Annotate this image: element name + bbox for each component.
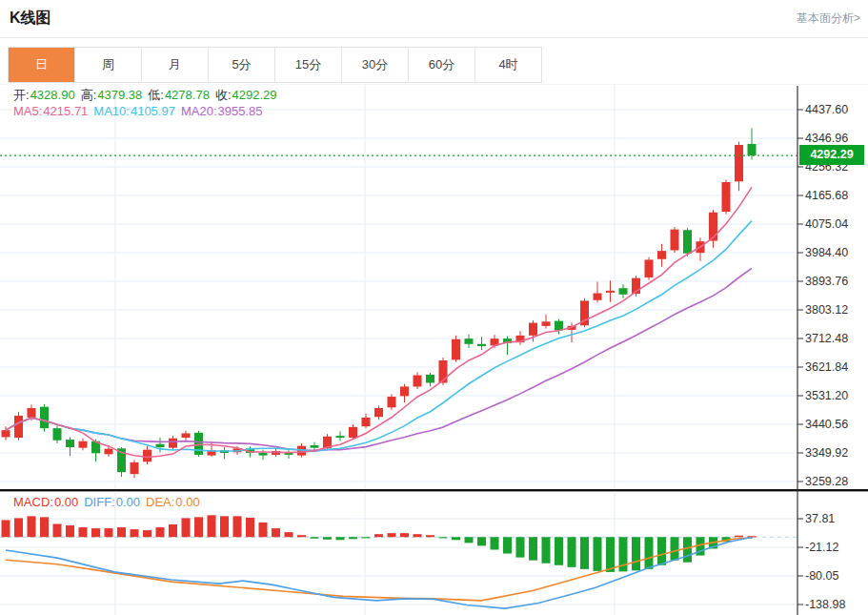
readout-value: 3955.85 [218,104,263,118]
macd-bar [143,530,151,537]
y-axis-label: 3893.76 [805,275,848,288]
current-price-badge: 4292.29 [799,145,864,165]
macd-bar [336,537,345,540]
readout-label: MA20: [181,104,217,118]
readout-value: 4215.71 [43,104,88,118]
readout-label: DEA: [146,495,174,509]
macd-bar [208,515,216,537]
macd-bar [477,537,486,545]
kline-widget: K线图 基本面分析> 日周月5分15分30分60分4时 4437.604346.… [0,0,868,615]
widget-header: K线图 基本面分析> [0,0,868,38]
macd-bar [117,527,126,537]
macd-bar [2,520,10,537]
macd-bar [426,535,434,537]
macd-bar [246,518,254,537]
candle-body [40,407,49,429]
macd-bar [671,537,679,560]
candle-body [426,375,434,383]
candle-body [606,291,615,293]
macd-bar [182,518,191,537]
readout-value: 4292.29 [232,88,277,102]
y-axis-label: 3259.28 [805,475,848,488]
candle-body [2,430,10,437]
macd-bar [465,537,474,543]
candle-body [529,323,537,336]
macd-bar [323,537,332,540]
candle-body [657,251,666,259]
tab-4hour[interactable]: 4时 [475,48,541,82]
readout-label: MA10: [93,104,130,118]
candle-body [349,427,357,438]
kline-chart-canvas[interactable]: 4437.604346.964256.324165.684075.043984.… [0,84,868,615]
y-axis-label: 4437.60 [805,103,848,116]
candle-body [182,433,191,438]
macd-bar [374,534,383,537]
y-axis-label: 3349.92 [805,446,848,460]
readout-value: 4105.97 [131,104,175,118]
macd-bar [452,537,460,540]
y-axis-label: 3803.12 [805,303,848,317]
macd-bar [169,524,177,537]
macd-axis-label: -80.05 [805,569,838,583]
tab-day[interactable]: 日 [9,48,75,82]
y-axis-label: 4346.96 [805,132,848,145]
macd-bar [53,524,62,538]
ma-readout: MA5:4215.71MA10:4105.97MA20:3955.85 [13,104,269,118]
tab-15min[interactable]: 15分 [275,48,342,82]
macd-bar [233,516,242,537]
macd-bar [297,535,306,537]
readout-value: 0.00 [54,495,78,509]
y-axis-label: 3531.20 [805,389,848,402]
candle-body [194,433,203,455]
candle-body [53,428,62,441]
candle-body [28,408,36,418]
candle-body [362,418,371,426]
tab-month[interactable]: 月 [142,48,209,82]
candle-body [79,441,88,448]
candle-body [388,397,396,407]
macd-bar [580,537,589,569]
candle-body [683,230,692,253]
candle-body [735,145,743,181]
macd-readout: MACD:0.00DIFF:0.00DEA:0.00 [13,495,206,509]
candle-body [465,338,474,344]
candle-body [645,259,654,277]
macd-bar [606,537,615,572]
fundamental-analysis-link[interactable]: 基本面分析> [797,10,860,27]
macd-bar [568,537,576,567]
readout-label: 低: [148,88,164,102]
macd-bar [66,525,74,537]
macd-bar [272,528,280,537]
ohlc-readout: 开:4328.90高:4379.38低:4278.78收:4292.29 [13,87,283,104]
macd-bar [529,537,537,560]
macd-bar [105,528,113,537]
macd-bar [439,537,448,538]
macd-bar [388,533,396,537]
candle-body [594,293,602,299]
candle-body [143,450,151,462]
readout-value: 4278.78 [165,88,210,102]
macd-axis-label: -138.98 [805,598,845,611]
readout-value: 4379.38 [97,88,142,102]
tab-30min[interactable]: 30分 [342,48,409,82]
candle-body [400,386,409,396]
macd-bar [259,523,268,537]
macd-bar [516,537,525,557]
tab-5min[interactable]: 5分 [209,48,275,82]
readout-label: 开: [13,88,30,102]
candle-body [131,462,139,474]
macd-bar [503,537,512,553]
candle-body [14,416,23,438]
readout-label: DIFF: [84,495,115,509]
macd-bar [91,528,100,537]
macd-bar [632,537,640,570]
macd-bar [311,537,319,539]
readout-value: 4328.90 [30,88,75,102]
macd-bar [131,529,139,537]
tab-week[interactable]: 周 [75,48,142,82]
macd-bar [194,517,203,537]
macd-axis-label: -21.12 [805,541,838,554]
tab-60min[interactable]: 60分 [409,48,475,82]
candle-body [156,444,165,447]
macd-bar [40,517,49,537]
